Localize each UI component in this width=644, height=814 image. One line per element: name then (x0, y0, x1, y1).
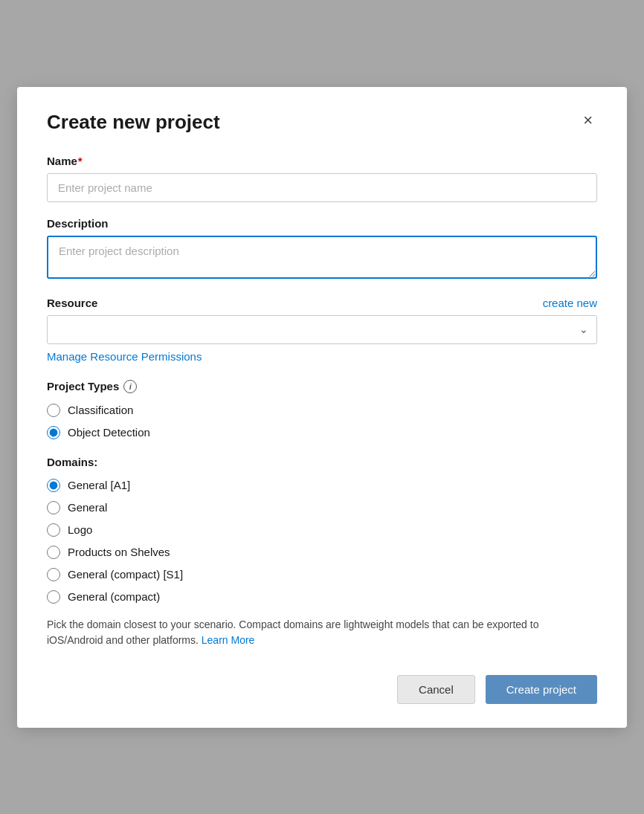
create-new-link[interactable]: create new (543, 297, 597, 309)
radio-general[interactable] (47, 501, 60, 514)
radio-label-general-compact-s1: General (compact) [S1] (68, 568, 183, 581)
radio-item-general[interactable]: General (47, 501, 597, 514)
project-name-input[interactable] (47, 173, 597, 202)
radio-general-a1[interactable] (47, 479, 60, 492)
domains-radio-group: General [A1] General Logo Products on Sh… (47, 479, 597, 604)
radio-label-products-on-shelves: Products on Shelves (68, 546, 170, 558)
cancel-button[interactable]: Cancel (397, 675, 475, 704)
radio-item-logo[interactable]: Logo (47, 523, 597, 537)
info-icon: i (123, 380, 137, 393)
radio-item-general-a1[interactable]: General [A1] (47, 479, 597, 492)
radio-label-object-detection: Object Detection (68, 426, 150, 439)
learn-more-link[interactable]: Learn More (202, 634, 255, 646)
resource-label: Resource (47, 297, 97, 309)
project-description-input[interactable] (47, 236, 597, 279)
description-field-group: Description (47, 217, 597, 282)
modal-header: Create new project × (47, 111, 597, 134)
radio-item-classification[interactable]: Classification (47, 404, 597, 417)
modal-overlay: Create new project × Name* Description R… (0, 0, 644, 814)
radio-item-general-compact-s1[interactable]: General (compact) [S1] (47, 568, 597, 581)
project-types-label: Project Types i (47, 380, 597, 393)
manage-permissions-link[interactable]: Manage Resource Permissions (47, 350, 202, 363)
create-project-button[interactable]: Create project (486, 675, 597, 704)
modal-title: Create new project (47, 111, 220, 134)
domains-section: Domains: General [A1] General Logo Produ… (47, 456, 597, 648)
description-label: Description (47, 217, 597, 230)
radio-object-detection[interactable] (47, 426, 60, 439)
domains-label: Domains: (47, 456, 597, 468)
radio-logo[interactable] (47, 523, 60, 537)
resource-header: Resource create new (47, 297, 597, 309)
radio-item-general-compact[interactable]: General (compact) (47, 590, 597, 604)
close-button[interactable]: × (579, 111, 597, 130)
modal-footer: Cancel Create project (47, 675, 597, 704)
project-types-group: Project Types i Classification Object De… (47, 380, 597, 439)
radio-label-general: General (68, 501, 107, 514)
radio-label-logo: Logo (68, 523, 92, 536)
resource-select[interactable] (47, 315, 597, 344)
radio-label-classification: Classification (68, 404, 133, 416)
radio-label-general-a1: General [A1] (68, 479, 130, 491)
name-field-group: Name* (47, 155, 597, 202)
radio-item-products-on-shelves[interactable]: Products on Shelves (47, 546, 597, 559)
radio-products-on-shelves[interactable] (47, 546, 60, 559)
project-types-radio-group: Classification Object Detection (47, 404, 597, 439)
modal-dialog: Create new project × Name* Description R… (17, 87, 627, 728)
radio-classification[interactable] (47, 404, 60, 417)
radio-general-compact-s1[interactable] (47, 568, 60, 581)
radio-item-object-detection[interactable]: Object Detection (47, 426, 597, 439)
radio-general-compact[interactable] (47, 590, 60, 604)
domains-hint-text: Pick the domain closest to your scenario… (47, 617, 597, 648)
name-label: Name* (47, 155, 597, 167)
radio-label-general-compact: General (compact) (68, 590, 160, 603)
resource-field-group: Resource create new ⌄ Manage Resource Pe… (47, 297, 597, 364)
resource-select-wrapper: ⌄ (47, 315, 597, 344)
required-indicator: * (78, 155, 83, 167)
